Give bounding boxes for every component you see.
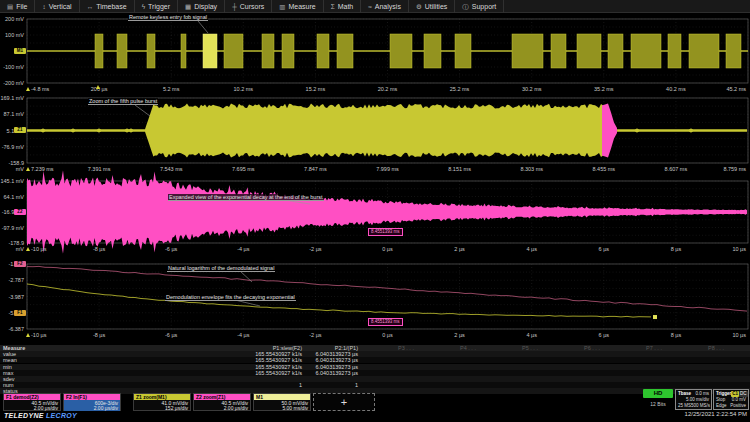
menu-label-file: File <box>16 0 27 13</box>
y-axis-label: 145.1 mV <box>0 178 24 184</box>
y-axis-label: -178.9 mV <box>0 240 24 252</box>
trigger-summary-box[interactable]: TriggerC1DC Stop0.0 mV EdgePositive <box>713 389 749 410</box>
x-axis-label: -8 µs <box>93 332 105 338</box>
brand-lecroy: LECROY <box>46 412 77 419</box>
descriptor-z2[interactable]: Z2 zoom(Z1)40.5 mV/div2.00 µs/div <box>193 393 251 411</box>
x-axis-label: -10 µs <box>31 332 46 338</box>
x-axis-label: 10 µs <box>732 332 746 338</box>
x-axis-label: 35.2 ms <box>594 86 614 92</box>
measure-value-p2: 1 <box>355 382 358 388</box>
file-icon: ▤ <box>7 0 13 13</box>
x-axis-label: 45.2 ms <box>726 86 746 92</box>
menu-item-support[interactable]: ⓘSupport <box>455 0 504 13</box>
menu-item-cursors[interactable]: ┼Cursors <box>225 0 272 13</box>
menu-item-trigger[interactable]: ϟTrigger <box>135 0 178 13</box>
trace-offset-tag-m1[interactable]: M1 <box>14 48 26 54</box>
hd-bits-label: 12 Bits <box>641 401 675 407</box>
menu-label-timebase: Timebase <box>96 0 126 13</box>
measure-table-title: Measure <box>3 345 25 351</box>
trigger-slope: Positive <box>730 403 746 409</box>
param-header-p6[interactable]: P6 . . . <box>584 345 600 351</box>
descriptor-body: 40.5 mV/div2.00 µs/div <box>194 400 250 411</box>
measure-row-label: mean <box>3 357 17 363</box>
param-header-p5[interactable]: P5 . . . <box>522 345 538 351</box>
menu-label-measure: Measure <box>288 0 315 13</box>
trigger-position-marker <box>26 87 30 91</box>
x-axis-label: -6 µs <box>165 246 177 252</box>
x-axis-label: -4 µs <box>237 332 249 338</box>
measure-value-p1: 165.55430927 k1/s <box>255 364 302 370</box>
x-axis-label: 6 µs <box>599 332 610 338</box>
measure-value-p1: 165.55430927 k1/s <box>255 370 302 376</box>
display-icon: ▦ <box>185 0 191 13</box>
menu-item-timebase[interactable]: ↔Timebase <box>80 0 135 13</box>
menu-item-utilities[interactable]: ⚙Utilities <box>409 0 455 13</box>
x-axis-label: 10 µs <box>732 246 746 252</box>
brand-logo: TELEDYNE LECROY <box>4 412 77 419</box>
descriptor-hscale: 2.00 µs/div <box>64 406 120 412</box>
x-axis-label: 7.695 ms <box>232 166 255 172</box>
x-axis-label: 8.759 ms <box>723 166 746 172</box>
trigger-position-marker <box>26 247 30 251</box>
measure-value-p2: 6.0403139273 µs <box>315 364 358 370</box>
measure-value-p2: 6.0403139273 µs <box>315 370 358 376</box>
x-axis-label: 0 µs <box>382 332 393 338</box>
menu-label-math: Math <box>338 0 354 13</box>
menu-label-display: Display <box>194 0 217 13</box>
measure-row: num11 <box>0 382 750 388</box>
timebase-summary-box[interactable]: Tbase0.0 ms 5.00 ms/div 25 MS500 MS/s <box>675 389 712 410</box>
param-header-p8[interactable]: P8 . . . <box>708 345 724 351</box>
menu-bar: ▤File↕Vertical↔TimebaseϟTrigger▦Display┼… <box>0 0 750 13</box>
support-icon: ⓘ <box>462 0 469 13</box>
trace-offset-tag-z1[interactable]: Z1 <box>14 127 26 133</box>
descriptor-f1[interactable]: F1 demod(Z2)40.5 mV/div2.00 µs/div <box>3 393 61 411</box>
measure-row: sdev <box>0 376 750 382</box>
panel-zoom-fifth-burst[interactable] <box>27 98 748 163</box>
x-axis-label: 7.999 ms <box>376 166 399 172</box>
x-axis-label: 7.391 ms <box>88 166 111 172</box>
menu-item-measure[interactable]: ▥Measure <box>272 0 323 13</box>
measure-row-label: min <box>3 364 12 370</box>
x-axis-label: -4 µs <box>237 246 249 252</box>
panel-log-decay-analysis[interactable] <box>27 264 748 329</box>
descriptor-body: 40.5 mV/div2.00 µs/div <box>4 400 60 411</box>
menu-item-display[interactable]: ▦Display <box>178 0 225 13</box>
y-axis-label: -97.9 mV <box>0 225 24 231</box>
hd-resolution-badge[interactable]: HD <box>643 389 673 398</box>
panel-rf-burst-overview[interactable] <box>27 19 748 83</box>
descriptor-m1[interactable]: M150.0 mV/div5.00 ms/div <box>253 393 311 411</box>
descriptor-f2[interactable]: F2 ln(F1)600e-3/div2.00 µs/div <box>63 393 121 411</box>
x-axis-label: 5.2 ms <box>163 86 180 92</box>
menu-item-analysis[interactable]: ≈Analysis <box>361 0 409 13</box>
menu-label-analysis: Analysis <box>375 0 401 13</box>
descriptor-z1[interactable]: Z1 zoom(M1)41.0 mV/div152 µs/div <box>133 393 191 411</box>
x-axis-label: 200 µs <box>91 86 108 92</box>
panel-demod-decay-expanded[interactable] <box>27 181 748 243</box>
param-header-p1[interactable]: P1:slew(F2) <box>273 345 302 351</box>
menu-item-math[interactable]: ΣMath <box>324 0 362 13</box>
y-axis-label: 64.1 mV <box>0 194 24 200</box>
menu-item-vertical[interactable]: ↕Vertical <box>35 0 79 13</box>
x-axis-label: 20.2 ms <box>378 86 398 92</box>
y-axis-label: -3.987 <box>0 294 24 300</box>
y-axis-label: -158.9 mV <box>0 160 24 172</box>
param-header-p2[interactable]: P2:1/(P1) <box>335 345 358 351</box>
param-header-p7[interactable]: P7 . . . <box>646 345 662 351</box>
param-header-p4[interactable]: P4 . . . <box>460 345 476 351</box>
y-axis-label: -76.9 mV <box>0 144 24 150</box>
oscilloscope-screen: ▤File↕Vertical↔TimebaseϟTrigger▦Display┼… <box>0 0 750 422</box>
hd-label: HD <box>654 390 663 396</box>
menu-item-file[interactable]: ▤File <box>0 0 35 13</box>
menu-label-support: Support <box>472 0 497 13</box>
timebase-samples: 25 MS <box>678 403 691 409</box>
trace-offset-tag-f2[interactable]: F2 <box>14 261 26 267</box>
trace-offset-tag-z2[interactable]: Z2 <box>14 209 26 215</box>
utilities-icon: ⚙ <box>416 0 422 13</box>
trace-offset-tag-f1[interactable]: F1 <box>14 310 26 316</box>
descriptor-hscale: 2.00 µs/div <box>194 406 250 412</box>
add-trace-button[interactable]: + <box>313 393 375 411</box>
x-axis-label: 0 µs <box>382 246 393 252</box>
x-axis-label: 10.2 ms <box>234 86 254 92</box>
measure-row: MeasureP1:slew(F2)P2:1/(P1)P3 . . .P4 . … <box>0 345 750 351</box>
param-header-p3[interactable]: P3 . . . <box>398 345 414 351</box>
